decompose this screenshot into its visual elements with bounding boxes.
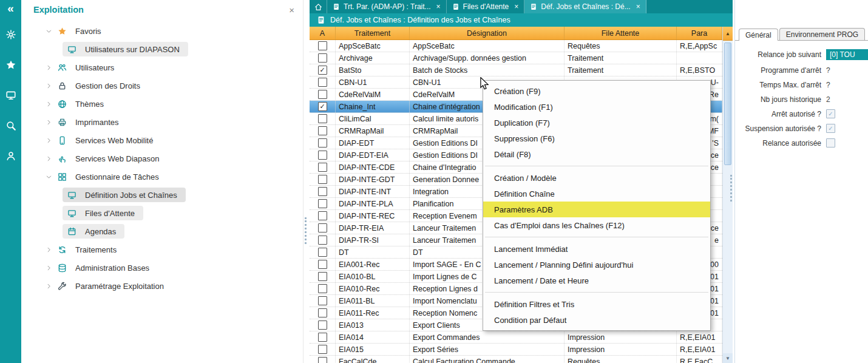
tab-trt-par-adm-ap-trait[interactable]: Trt. Par. (ADM-AP) : Trait...× — [327, 0, 447, 13]
row-checkbox[interactable] — [318, 41, 327, 50]
row-checkbox[interactable] — [318, 308, 327, 317]
menu-item-creation-f9[interactable]: Création (F9) — [483, 83, 710, 99]
table-row-eia014[interactable]: EIA014Export CommandesImpressionR,E,EIA0… — [310, 331, 722, 344]
sidebar-item-gestionnaire-de-taches[interactable]: Gestionnaire de Tâches — [21, 168, 303, 186]
chevron-right-icon[interactable] — [46, 246, 58, 253]
row-checkbox[interactable] — [318, 248, 327, 257]
sidebar-item-files-d-attente[interactable]: Files d'Attente — [21, 204, 303, 222]
row-checkbox[interactable] — [318, 223, 327, 232]
column-header-para[interactable]: Para — [677, 27, 722, 39]
sidebar-item-favoris[interactable]: Favoris — [21, 22, 303, 40]
scroll-up-icon[interactable]: ▲ — [723, 27, 733, 41]
field-checkbox[interactable] — [826, 138, 835, 148]
row-checkbox[interactable] — [318, 272, 327, 281]
rail-button-user[interactable] — [0, 147, 21, 165]
chevron-right-icon[interactable] — [46, 137, 58, 144]
chevron-down-icon[interactable] — [46, 174, 58, 180]
row-checkbox[interactable] — [318, 126, 327, 135]
tab-files-d-attente[interactable]: Files d'Attente× — [447, 0, 525, 13]
menu-item-creation-modele[interactable]: Création / Modèle — [483, 170, 710, 186]
row-checkbox[interactable] — [318, 138, 327, 148]
table-row-appscebatc[interactable]: AppSceBatcAppSceBatcRequêtesR,E,AppSc — [310, 40, 722, 52]
field-value[interactable]: 2 — [826, 95, 830, 104]
rail-button-screens[interactable] — [0, 86, 21, 104]
chevron-right-icon[interactable] — [46, 83, 58, 89]
menu-item-detail-f8[interactable]: Détail (F8) — [483, 146, 710, 162]
row-checkbox[interactable]: ✓ — [318, 102, 327, 111]
row-checkbox[interactable] — [318, 296, 327, 305]
table-row-eia015[interactable]: EIA015Export SériesImpressionR,E,EIA01 — [310, 344, 722, 356]
menu-item-lancement-date-et-heure[interactable]: Lancement / Date et Heure — [483, 273, 710, 288]
table-row-batsto[interactable]: ✓BatStoBatch de StocksTraitementR,E,BSTO — [310, 64, 722, 76]
sidebar-item-services-web-diapason[interactable]: Services Web Diapason — [21, 149, 303, 168]
sidebar-item-definition-jobs-et-chaines[interactable]: Définition Jobs et Chaînes — [21, 186, 303, 204]
rail-button-favorites[interactable] — [0, 56, 21, 74]
sidebar-item-traitements[interactable]: Traitements — [21, 240, 303, 259]
scrollbar-thumb[interactable] — [724, 42, 731, 165]
chevron-right-icon[interactable] — [46, 265, 58, 271]
sidebar-item-imprimantes[interactable]: Imprimantes — [21, 113, 303, 131]
column-header-designation[interactable]: Désignation — [410, 27, 565, 39]
rail-button-collapse-panel[interactable]: « — [0, 1, 21, 16]
tab-general[interactable]: Général — [739, 29, 778, 41]
row-checkbox[interactable] — [318, 163, 327, 172]
sidebar-item-themes[interactable]: Thèmes — [21, 95, 303, 113]
menu-item-lancement-planning-defini-aujourd-hui[interactable]: Lancement / Planning Défini aujourd'hui — [483, 257, 710, 273]
chevron-right-icon[interactable] — [46, 119, 58, 126]
field-checkbox[interactable]: ✓ — [826, 109, 835, 118]
row-checkbox[interactable] — [318, 199, 327, 208]
row-checkbox[interactable] — [318, 345, 327, 354]
row-checkbox[interactable] — [318, 357, 327, 363]
row-checkbox[interactable] — [318, 236, 327, 245]
row-checkbox[interactable] — [318, 260, 327, 269]
home-button[interactable] — [310, 0, 327, 13]
row-checkbox[interactable] — [318, 187, 327, 196]
tab-def-jobs-et-chaines-de[interactable]: Déf. Jobs et Chaînes : Dé...× — [524, 0, 646, 13]
chevron-down-icon[interactable] — [46, 28, 58, 35]
menu-item-duplication-f7[interactable]: Duplication (F7) — [483, 115, 710, 131]
sidebar-item-services-web-mobilite[interactable]: Services Web Mobilité — [21, 131, 303, 149]
row-checkbox[interactable] — [318, 284, 327, 293]
menu-item-suppression-f6[interactable]: Suppression (F6) — [483, 131, 710, 146]
close-icon[interactable]: × — [289, 5, 294, 15]
sidebar-item-utilisateurs[interactable]: Utilisateurs — [21, 58, 303, 76]
row-checkbox[interactable] — [318, 333, 327, 342]
menu-item-lancement-immediat[interactable]: Lancement Immédiat — [483, 241, 710, 257]
row-checkbox[interactable] — [318, 211, 327, 220]
column-header-file-attente[interactable]: File Attente — [565, 27, 677, 39]
row-checkbox[interactable] — [318, 321, 327, 330]
row-checkbox[interactable] — [318, 175, 327, 184]
field-value[interactable]: ? — [826, 81, 830, 89]
chevron-right-icon[interactable] — [46, 283, 58, 290]
row-checkbox[interactable] — [318, 114, 327, 123]
menu-item-cas-d-emploi-dans-les-chaines-f12[interactable]: Cas d'Emploi dans les Chaînes (F12) — [483, 217, 710, 233]
row-checkbox[interactable]: ✓ — [318, 66, 327, 75]
chevron-right-icon[interactable] — [46, 101, 58, 107]
close-icon[interactable]: × — [636, 2, 640, 11]
menu-item-definition-filtres-et-tris[interactable]: Définition Filtres et Tris — [483, 296, 710, 312]
close-icon[interactable]: × — [514, 2, 518, 11]
sidebar-item-parametrage-exploitation[interactable]: Paramétrage Exploitation — [21, 277, 303, 295]
sidebar-item-agendas[interactable]: Agendas — [21, 222, 303, 240]
chevron-right-icon[interactable] — [46, 64, 58, 71]
scroll-down-icon[interactable]: ▼ — [723, 353, 733, 363]
row-checkbox[interactable] — [318, 151, 327, 160]
row-checkbox[interactable] — [318, 90, 327, 99]
menu-item-definition-chaine[interactable]: Définition Chaîne — [483, 186, 710, 202]
menu-item-condition-par-defaut[interactable]: Condition par Défaut — [483, 312, 710, 328]
row-checkbox[interactable] — [318, 53, 327, 63]
sidebar-item-gestion-des-droits[interactable]: Gestion des Droits — [21, 76, 303, 95]
close-icon[interactable]: × — [436, 2, 441, 11]
sidebar-item-utilisateurs-sur-diapason[interactable]: Utilisateurs sur DIAPASON — [21, 40, 303, 58]
rail-button-settings[interactable] — [0, 25, 21, 44]
field-value[interactable]: ? — [826, 66, 830, 75]
panel-splitter-handle[interactable] — [305, 217, 307, 244]
column-header-traitement[interactable]: Traitement — [336, 27, 410, 39]
menu-item-parametres-adb[interactable]: Paramètres ADB — [483, 202, 710, 217]
chevron-right-icon[interactable] — [46, 155, 58, 162]
tab-environnement-prog[interactable]: Environnement PROG — [779, 28, 865, 40]
table-row-archivage[interactable]: ArchivageArchivage/Supp. données gestion… — [310, 52, 722, 64]
menu-item-modification-f1[interactable]: Modification (F1) — [483, 99, 710, 115]
rail-button-search[interactable] — [0, 117, 21, 135]
field-select[interactable]: [0] TOU — [826, 49, 868, 60]
